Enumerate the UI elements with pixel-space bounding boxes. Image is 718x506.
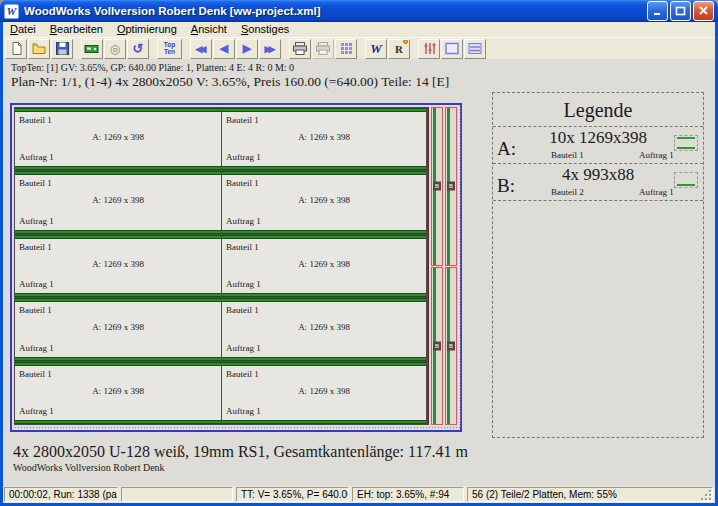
table-view-button[interactable]: [335, 39, 357, 59]
strip-area: B B B B: [431, 107, 457, 425]
resize-grip[interactable]: [699, 488, 712, 501]
legend-title: Legende: [493, 93, 703, 127]
edge-band-bottom: [15, 293, 221, 297]
legend-qty-size: 4x 993x88: [493, 165, 703, 185]
settings-pin-button[interactable]: R: [388, 39, 410, 59]
trim-cut-line: [428, 107, 429, 425]
cell-order-label: Auftrag 1: [226, 406, 261, 416]
edge-band-top: [15, 298, 221, 302]
levels-button[interactable]: [418, 39, 440, 59]
legend-order: Auftrag 1: [639, 150, 674, 160]
edge-band-top: [222, 298, 426, 302]
last-plan-button[interactable]: ▶▶: [259, 39, 281, 59]
waste-edge-right: [459, 107, 462, 428]
cell-order-label: Auftrag 1: [19, 152, 54, 162]
topten-summary: TopTen: [1] GV: 3.65%, GP: 640.00 Pläne:…: [11, 62, 294, 73]
next-plan-button[interactable]: ▶: [236, 39, 258, 59]
previous-icon: ◀: [220, 42, 228, 55]
start-machine-button[interactable]: [81, 39, 103, 59]
edge-band-bottom: [222, 357, 426, 361]
app-window: W WoodWorks Vollversion Robert Denk [ww-…: [0, 0, 718, 506]
strip-label: B: [447, 341, 455, 350]
woodworks-logo-button[interactable]: W: [365, 39, 387, 59]
legend-part: Bauteil 2: [551, 187, 584, 197]
print-button[interactable]: [289, 39, 311, 59]
cell-part-label: Bauteil 1: [226, 115, 259, 125]
edge-band-top: [222, 235, 426, 239]
new-document-button[interactable]: [5, 39, 27, 59]
print-icon: [292, 41, 308, 56]
edge-band-top: [15, 108, 221, 112]
menu-item-sonstiges[interactable]: Sonstiges: [234, 22, 296, 37]
cell-size-label: A: 1269 x 398: [222, 132, 426, 142]
edge-banding-icon: [674, 135, 698, 151]
strip-label: B: [447, 182, 455, 191]
cell-order-label: Auftrag 1: [19, 216, 54, 226]
legend-qty-size: 10x 1269x398: [493, 128, 703, 148]
first-icon: ◀◀: [196, 44, 204, 54]
menu-item-datei[interactable]: Datei: [3, 22, 43, 37]
panel-cell[interactable]: Bauteil 1 A: 1269 x 398 Auftrag 1: [15, 171, 221, 233]
cell-part-label: Bauteil 1: [19, 242, 52, 252]
strip-cell[interactable]: B: [445, 107, 457, 266]
cell-order-label: Auftrag 1: [226, 152, 261, 162]
strip-cell[interactable]: B: [431, 267, 443, 426]
edge-band-top: [222, 108, 426, 112]
panel-cell[interactable]: Bauteil 1 A: 1269 x 398 Auftrag 1: [222, 362, 426, 424]
cell-order-label: Auftrag 1: [226, 343, 261, 353]
cell-order-label: Auftrag 1: [19, 279, 54, 289]
save-button[interactable]: [51, 39, 73, 59]
panel-cell[interactable]: Bauteil 1 A: 1269 x 398 Auftrag 1: [15, 108, 221, 170]
top-ten-button[interactable]: TopTen: [157, 39, 182, 59]
first-plan-button[interactable]: ◀◀: [190, 39, 212, 59]
new-document-icon: [9, 41, 24, 56]
save-icon: [55, 41, 70, 56]
maximize-button[interactable]: [670, 1, 691, 21]
minimize-button[interactable]: [647, 1, 668, 21]
record-button[interactable]: ◎: [104, 39, 126, 59]
panel-cell[interactable]: Bauteil 1 A: 1269 x 398 Auftrag 1: [15, 298, 221, 360]
restart-optimization-button[interactable]: ↺: [127, 39, 149, 59]
cell-part-label: Bauteil 1: [226, 369, 259, 379]
print-preview-button[interactable]: [312, 39, 334, 59]
strip-label: B: [433, 341, 441, 350]
panel-cell[interactable]: Bauteil 1 A: 1269 x 398 Auftrag 1: [222, 108, 426, 170]
cell-size-label: A: 1269 x 398: [15, 132, 221, 142]
window-layout-button[interactable]: [441, 39, 463, 59]
open-file-button[interactable]: [28, 39, 50, 59]
legend-part: Bauteil 1: [551, 150, 584, 160]
panel-cell[interactable]: Bauteil 1 A: 1269 x 398 Auftrag 1: [222, 298, 426, 360]
edge-band-bottom: [15, 166, 221, 170]
cell-order-label: Auftrag 1: [226, 279, 261, 289]
cell-size-label: A: 1269 x 398: [222, 386, 426, 396]
cutting-plan: Bauteil 1 A: 1269 x 398 Auftrag 1 Bautei…: [10, 103, 462, 432]
legend-row-b: B: 4x 993x88 Bauteil 2 Auftrag 1: [493, 164, 703, 201]
cell-size-label: A: 1269 x 398: [222, 259, 426, 269]
panel-cell[interactable]: Bauteil 1 A: 1269 x 398 Auftrag 1: [222, 171, 426, 233]
split-view-button[interactable]: [464, 39, 486, 59]
panel-grid: Bauteil 1 A: 1269 x 398 Auftrag 1 Bautei…: [14, 107, 428, 425]
cell-part-label: Bauteil 1: [19, 178, 52, 188]
toolbar: ◎↺TopTen◀◀◀▶▶▶WR: [3, 37, 715, 59]
legend-panel: Legende A: 10x 1269x398 Bauteil 1 Auftra…: [492, 92, 704, 438]
strip-cell[interactable]: B: [431, 107, 443, 266]
menu-item-optimierung[interactable]: Optimierung: [110, 22, 184, 37]
status-eh: EH: top: 3.65%, #:94: [352, 487, 464, 502]
status-bar: 00:00:02, Run: 1338 (pause) TT: V= 3.65%…: [3, 486, 715, 503]
strip-cell[interactable]: B: [445, 267, 457, 426]
plan-header: Plan-Nr: 1/1, (1-4) 4x 2800x2050 V: 3.65…: [11, 74, 449, 90]
close-button[interactable]: [693, 1, 714, 21]
menu-item-bearbeiten[interactable]: Bearbeiten: [43, 22, 110, 37]
r-pin-icon: R: [395, 43, 403, 55]
panel-cell[interactable]: Bauteil 1 A: 1269 x 398 Auftrag 1: [222, 235, 426, 297]
print-preview-icon: [315, 41, 331, 56]
last-icon: ▶▶: [265, 44, 273, 54]
menu-item-ansicht[interactable]: Ansicht: [184, 22, 234, 37]
status-runtime: 00:00:02, Run: 1338 (pause): [4, 487, 118, 502]
table-icon: [339, 41, 354, 56]
panel-cell[interactable]: Bauteil 1 A: 1269 x 398 Auftrag 1: [15, 235, 221, 297]
previous-plan-button[interactable]: ◀: [213, 39, 235, 59]
panel-cell[interactable]: Bauteil 1 A: 1269 x 398 Auftrag 1: [15, 362, 221, 424]
cell-size-label: A: 1269 x 398: [15, 195, 221, 205]
edge-line-bottom: [677, 147, 695, 149]
